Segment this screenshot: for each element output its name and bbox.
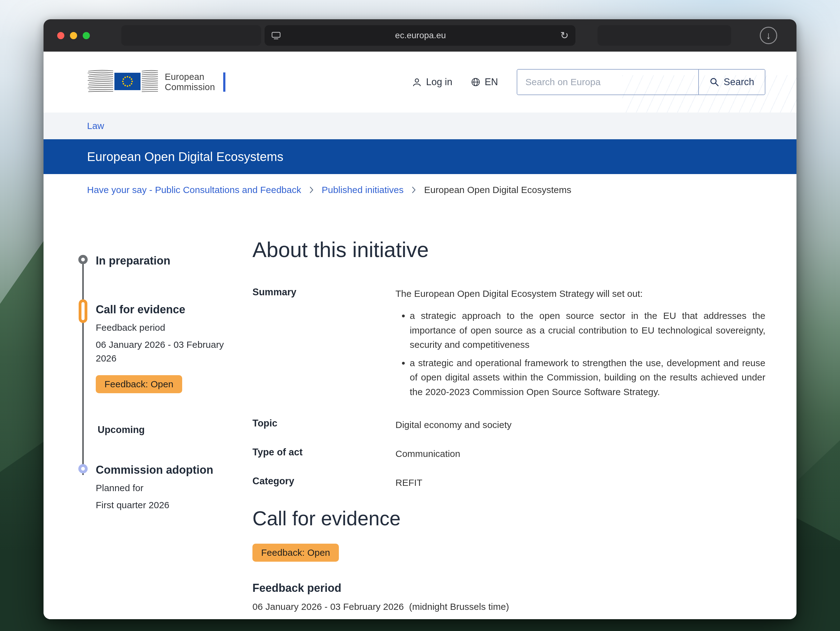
phase-upcoming-marker-icon <box>78 464 88 473</box>
logo-line-1: European <box>165 72 215 82</box>
toolbar-panel-right <box>597 25 731 46</box>
banner-title: European Open Digital Ecosystems <box>87 150 283 164</box>
summary-bullet: a strategic approach to the open source … <box>410 309 766 352</box>
language-label: EN <box>485 76 498 88</box>
site-nav-bar: Law <box>44 112 796 139</box>
timeline-phase-in-preparation: In preparation <box>78 254 240 267</box>
breadcrumb-link-have-your-say[interactable]: Have your say - Public Consultations and… <box>87 185 301 195</box>
breadcrumb-link-published-initiatives[interactable]: Published initiatives <box>322 185 404 195</box>
download-arrow-icon: ↓ <box>766 30 771 41</box>
login-label: Log in <box>426 76 452 88</box>
header-actions: Log in EN <box>412 69 766 95</box>
law-link[interactable]: Law <box>87 121 104 131</box>
downloads-button[interactable]: ↓ <box>760 27 777 44</box>
page-main: In preparation Call for evidence Feedbac… <box>44 208 796 612</box>
eu-flag-icon <box>114 73 141 90</box>
window-controls <box>57 32 90 39</box>
category-row: Category REFIT <box>253 476 766 489</box>
logo-lines-right <box>142 71 158 92</box>
summary-value: The European Open Digital Ecosystem Stra… <box>395 287 766 403</box>
timeline-phase-call-for-evidence: Call for evidence Feedback period 06 Jan… <box>78 303 240 393</box>
page-title: About this initiative <box>253 238 766 262</box>
search-box: Search <box>517 69 766 95</box>
search-button-label: Search <box>724 76 754 88</box>
chevron-right-icon <box>309 186 314 193</box>
user-icon <box>412 77 422 87</box>
close-button[interactable] <box>57 32 64 39</box>
summary-row: Summary The European Open Digital Ecosys… <box>253 287 766 403</box>
ec-logo-text: European Commission <box>165 72 215 92</box>
zoom-button[interactable] <box>83 32 90 39</box>
webpage: European Commission Log in <box>44 52 796 619</box>
topic-row: Topic Digital economy and society <box>253 418 766 432</box>
upcoming-label: Upcoming <box>78 424 240 435</box>
ec-logo-graphic <box>87 65 159 99</box>
phase-title: In preparation <box>96 254 240 267</box>
search-button[interactable]: Search <box>698 69 765 95</box>
breadcrumb-current: European Open Digital Ecosystems <box>424 185 572 195</box>
login-button[interactable]: Log in <box>412 76 452 88</box>
logo-line-2: Commission <box>165 82 215 92</box>
feedback-period-dates: 06 January 2026 - 03 February 2026 <box>96 338 240 365</box>
type-of-act-row: Type of act Communication <box>253 446 766 461</box>
feedback-period-heading: Feedback period <box>253 582 766 595</box>
logo-lines-left <box>88 70 113 92</box>
type-of-act-label: Type of act <box>253 446 371 461</box>
language-selector[interactable]: EN <box>471 76 498 88</box>
url-text: ec.europa.eu <box>281 30 560 40</box>
topic-value: Digital economy and society <box>395 418 766 432</box>
feedback-open-badge: Feedback: Open <box>253 544 339 562</box>
site-header: European Commission Log in <box>44 52 796 112</box>
category-value: REFIT <box>395 476 766 489</box>
toolbar-panel-left <box>121 25 261 46</box>
site-settings-icon[interactable] <box>272 32 281 39</box>
chevron-right-icon <box>412 186 416 193</box>
summary-label: Summary <box>253 287 371 403</box>
call-for-evidence-title: Call for evidence <box>253 507 766 530</box>
summary-intro: The European Open Digital Ecosystem Stra… <box>395 287 766 301</box>
planned-quarter: First quarter 2026 <box>96 498 240 512</box>
minimize-button[interactable] <box>70 32 77 39</box>
initiative-timeline: In preparation Call for evidence Feedbac… <box>78 226 240 612</box>
phase-title: Call for evidence <box>96 303 240 316</box>
search-input[interactable] <box>517 69 698 95</box>
breadcrumb: Have your say - Public Consultations and… <box>44 174 796 208</box>
browser-window: ec.europa.eu ↻ ↓ <box>44 19 796 619</box>
globe-icon <box>471 77 480 87</box>
logo-divider <box>223 73 226 92</box>
initiative-content: About this initiative Summary The Europe… <box>253 226 766 612</box>
search-icon <box>709 77 719 87</box>
ec-logo[interactable]: European Commission <box>87 65 226 99</box>
feedback-period-label: Feedback period <box>96 322 240 333</box>
topic-label: Topic <box>253 418 371 432</box>
address-bar[interactable]: ec.europa.eu ↻ <box>265 25 575 46</box>
reload-button[interactable]: ↻ <box>560 30 568 40</box>
browser-titlebar: ec.europa.eu ↻ ↓ <box>44 19 796 52</box>
summary-bullet-list: a strategic approach to the open source … <box>395 309 766 399</box>
feedback-period-value: 06 January 2026 - 03 February 2026 (midn… <box>253 601 766 612</box>
feedback-open-badge: Feedback: Open <box>96 375 182 393</box>
category-label: Category <box>253 476 371 489</box>
planned-for-label: Planned for <box>96 483 240 493</box>
phase-done-marker-icon <box>78 255 88 264</box>
page-banner: European Open Digital Ecosystems <box>44 139 796 174</box>
type-of-act-value: Communication <box>395 446 766 461</box>
phase-current-marker-icon <box>79 299 87 323</box>
phase-title: Commission adoption <box>96 464 240 476</box>
timeline-phase-commission-adoption: Commission adoption Planned for First qu… <box>78 464 240 512</box>
summary-bullet: a strategic and operational framework to… <box>410 356 766 399</box>
